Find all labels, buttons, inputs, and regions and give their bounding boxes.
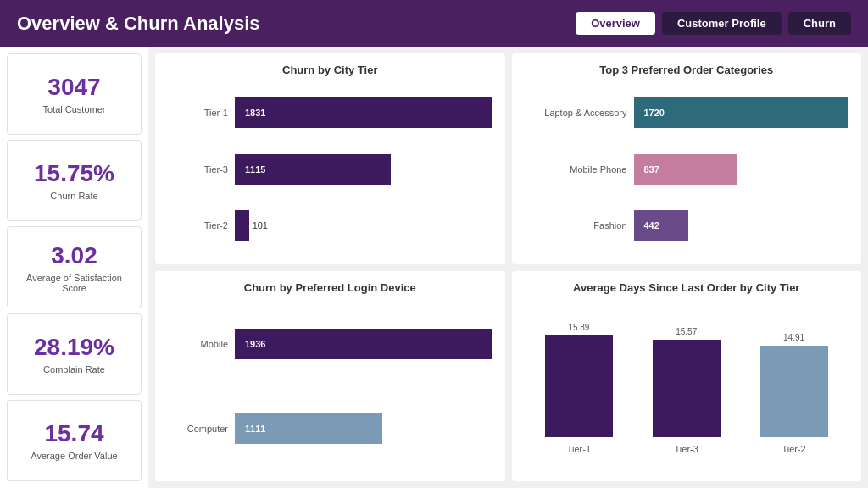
metric-churn-rate: 15.75% Churn Rate: [7, 140, 142, 221]
bar-row-fashion: Fashion 442: [526, 210, 849, 241]
v-bar-group-tier3: 15.57 Tier-3: [653, 327, 721, 454]
v-bar-bottom-label-tier2: Tier-2: [782, 444, 805, 454]
chart-churn-by-city-tier: Churn by City Tier Tier-1 1831 Tier-3: [155, 53, 505, 264]
bar-container-laptop: 1720: [634, 97, 849, 128]
charts-area: Churn by City Tier Tier-1 1831 Tier-3: [148, 47, 868, 488]
bar-mobile: 1936: [235, 329, 492, 359]
metric-total-customer: 3047 Total Customer: [7, 53, 142, 135]
churn-rate-label: Churn Rate: [50, 191, 97, 201]
nav-buttons: Overview Customer Profile Churn: [576, 12, 851, 35]
bar-mobile-phone: 837: [634, 154, 738, 185]
nav-customer-profile-button[interactable]: Customer Profile: [662, 12, 782, 35]
bar-row-tier3: Tier-3 1115: [169, 154, 492, 185]
bar-label-laptop: Laptop & Accessory: [526, 108, 627, 118]
complain-rate-label: Complain Rate: [43, 364, 105, 374]
v-bar-tier3: [653, 340, 721, 437]
chart-avg-days-last-order-body: 15.89 Tier-1 15.57 Tier-3 14.91 Tier-2: [526, 302, 849, 472]
main-content: 3047 Total Customer 15.75% Churn Rate 3.…: [0, 47, 868, 488]
bar-value-mobile-phone: 837: [644, 164, 659, 175]
bar-container-mobile: 1936: [235, 329, 492, 359]
bar-label-fashion: Fashion: [526, 220, 627, 230]
avg-satisfaction-value: 3.02: [51, 242, 97, 269]
v-bar-tier1: [545, 336, 613, 437]
v-bar-tier2: [760, 346, 828, 437]
v-bar-group-tier2: 14.91 Tier-2: [760, 333, 828, 454]
bar-label-computer: Computer: [169, 424, 228, 434]
bar-container-tier2: 101: [235, 210, 492, 241]
bar-container-computer: 1111: [235, 413, 492, 444]
bar-tier2: [235, 210, 249, 241]
chart-avg-days-last-order: Average Days Since Last Order by City Ti…: [512, 271, 862, 482]
chart-avg-days-last-order-title: Average Days Since Last Order by City Ti…: [526, 281, 849, 294]
bar-label-mobile: Mobile: [169, 339, 228, 349]
v-bar-top-label-tier3: 15.57: [676, 327, 697, 336]
metric-avg-order-value: 15.74 Average Order Value: [7, 400, 142, 481]
v-bar-group-tier1: 15.89 Tier-1: [545, 323, 613, 454]
bar-value-mobile: 1936: [245, 339, 265, 349]
bar-row-tier2: Tier-2 101: [169, 210, 492, 241]
chart-top3-categories-body: Laptop & Accessory 1720 Mobile Phone 837: [526, 85, 849, 254]
nav-churn-button[interactable]: Churn: [788, 12, 851, 35]
bar-label-mobile-phone: Mobile Phone: [526, 164, 627, 175]
v-bar-bottom-label-tier3: Tier-3: [675, 444, 698, 454]
bar-container-mobile-phone: 837: [634, 154, 849, 185]
bar-row-laptop: Laptop & Accessory 1720: [526, 97, 849, 128]
v-bar-bottom-label-tier1: Tier-1: [567, 444, 591, 454]
chart-churn-by-login-device: Churn by Preferred Login Device Mobile 1…: [155, 271, 505, 482]
bar-row-mobile-phone: Mobile Phone 837: [526, 154, 849, 185]
avg-order-value-label: Average Order Value: [31, 451, 117, 461]
bar-label-tier3: Tier-3: [169, 164, 228, 175]
chart-top3-categories: Top 3 Preferred Order Categories Laptop …: [512, 53, 862, 264]
bar-label-tier2: Tier-2: [169, 220, 228, 230]
avg-order-value-value: 15.74: [44, 420, 103, 447]
bar-fashion: 442: [634, 210, 689, 241]
total-customer-value: 3047: [47, 74, 100, 101]
chart-churn-by-login-device-title: Churn by Preferred Login Device: [169, 281, 492, 294]
bar-container-fashion: 442: [634, 210, 849, 241]
bar-row-tier1: Tier-1 1831: [169, 97, 492, 128]
bar-container-tier3: 1115: [235, 154, 492, 185]
bar-value-tier2: 101: [253, 220, 268, 230]
metric-complain-rate: 28.19% Complain Rate: [7, 313, 142, 395]
bar-value-tier1: 1831: [245, 108, 265, 118]
avg-satisfaction-label: Average of Satisfaction Score: [18, 273, 131, 293]
chart-churn-by-city-tier-body: Tier-1 1831 Tier-3 1115: [169, 85, 492, 254]
churn-rate-value: 15.75%: [34, 160, 114, 187]
bar-value-laptop: 1720: [644, 108, 665, 118]
bar-tier1: 1831: [235, 97, 492, 128]
bar-row-mobile: Mobile 1936: [169, 329, 492, 359]
bar-computer: 1111: [235, 413, 382, 444]
header: Overview & Churn Analysis Overview Custo…: [0, 0, 868, 47]
bar-value-computer: 1111: [245, 424, 265, 434]
bar-tier3: 1115: [235, 154, 391, 185]
nav-overview-button[interactable]: Overview: [576, 12, 655, 35]
total-customer-label: Total Customer: [43, 104, 106, 114]
metric-avg-satisfaction: 3.02 Average of Satisfaction Score: [7, 226, 142, 308]
bar-value-tier3: 1115: [245, 164, 265, 175]
chart-churn-by-city-tier-title: Churn by City Tier: [169, 64, 492, 76]
bar-laptop: 1720: [634, 97, 849, 128]
v-bar-top-label-tier2: 14.91: [783, 333, 804, 342]
v-bar-top-label-tier1: 15.89: [568, 323, 589, 332]
bar-container-tier1: 1831: [235, 97, 492, 128]
left-panel: 3047 Total Customer 15.75% Churn Rate 3.…: [0, 47, 148, 488]
chart-churn-by-login-device-body: Mobile 1936 Computer 1111: [169, 302, 492, 472]
chart-top3-categories-title: Top 3 Preferred Order Categories: [526, 64, 849, 76]
bar-label-tier1: Tier-1: [169, 108, 228, 118]
app-title: Overview & Churn Analysis: [17, 13, 260, 35]
bar-value-fashion: 442: [644, 220, 659, 230]
complain-rate-value: 28.19%: [34, 334, 114, 361]
bar-row-computer: Computer 1111: [169, 413, 492, 444]
